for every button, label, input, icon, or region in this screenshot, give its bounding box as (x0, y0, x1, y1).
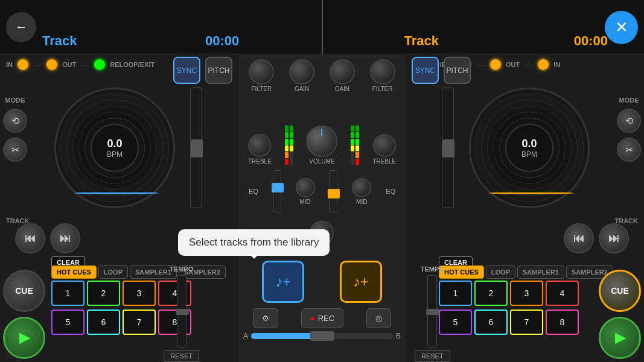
tempo-label-right: TEMPO (421, 265, 444, 273)
rec-button[interactable]: ● REC (301, 308, 343, 328)
pads-row1-right: 1 2 3 4 (439, 281, 579, 306)
cue-button-left[interactable]: CUE (3, 270, 45, 312)
sync-button-right[interactable]: SYNC (412, 57, 439, 84)
pad-5-left[interactable]: 5 (51, 310, 84, 335)
pitch-slider-right[interactable] (442, 87, 454, 208)
filter-label-right: FILTER (372, 86, 393, 92)
mode-btn2-right[interactable]: ✂ (617, 138, 641, 162)
treble-label-left: TREBLE (248, 158, 272, 165)
mode-btn1-right[interactable]: ⟲ (617, 109, 641, 133)
next-track-button-left[interactable]: ⏭ (50, 223, 80, 253)
mode-label-right: MODE (619, 97, 639, 104)
pad-4-right[interactable]: 4 (546, 281, 579, 306)
reloop-label-left: RELOOP/EXIT (110, 61, 155, 68)
pitch-slider-left[interactable] (190, 87, 202, 208)
mid-label-left: MID (299, 198, 310, 205)
prev-track-button-left[interactable]: ⏮ (15, 223, 45, 253)
loop-button-left[interactable]: LOOP (98, 265, 128, 279)
eq-meter-left (285, 116, 293, 165)
hot-cues-button-left[interactable]: HOT CUES (51, 265, 97, 279)
eq-label-right: EQ (386, 188, 395, 195)
pads-row2-right: 5 6 7 8 (439, 310, 579, 335)
tempo-slider-right[interactable] (427, 275, 437, 348)
sync-button-left[interactable]: SYNC (173, 57, 200, 84)
crossfader-b-label: B (396, 332, 401, 340)
channel-fader-right[interactable] (329, 170, 337, 212)
pad-2-left[interactable]: 2 (87, 281, 120, 306)
volume-knob[interactable] (306, 125, 337, 157)
reloop-led-left (94, 59, 105, 70)
prev-track-button-right[interactable]: ⏮ (564, 223, 594, 253)
top-bar: ← Track 00:00 Track 00:00 ✕ (0, 0, 644, 54)
headphone-button[interactable]: ◎ (366, 308, 391, 328)
pitch-handle-left[interactable] (191, 139, 203, 157)
filter-knob-right[interactable] (370, 59, 395, 84)
gain-knob-left[interactable] (289, 59, 314, 84)
in-led-left (18, 59, 28, 70)
pad-8-right[interactable]: 8 (546, 310, 579, 335)
pad-6-right[interactable]: 6 (474, 310, 508, 335)
out-label-right: OUT (506, 61, 520, 68)
pitch-button-right[interactable]: PITCH (444, 57, 471, 84)
filter-label-left: FILTER (252, 86, 272, 92)
reset-button-right[interactable]: RESET (415, 350, 450, 362)
tempo-handle-right[interactable] (426, 309, 439, 315)
treble-knob-left[interactable] (248, 134, 271, 157)
turntable-right[interactable]: 0.0 BPM (469, 87, 590, 208)
tempo-label-left: TEMPO (170, 265, 193, 273)
crossfader-a-label: A (243, 332, 248, 340)
treble-knob-right[interactable] (373, 134, 396, 157)
cue-button-right[interactable]: CUE (599, 270, 641, 312)
back-button[interactable]: ← (6, 12, 36, 42)
equalizer-button[interactable]: ⚙ (253, 308, 278, 328)
out-led-right (490, 59, 501, 70)
mixer: FILTER GAIN GAIN FILTER TREBLE (238, 54, 406, 362)
out-label-left: OUT (62, 61, 76, 68)
crossfader-handle[interactable] (310, 331, 334, 341)
mode-label-left: MODE (5, 97, 25, 104)
close-button[interactable]: ✕ (605, 11, 638, 44)
pad-3-left[interactable]: 3 (123, 281, 156, 306)
mid-knob-right[interactable] (352, 178, 371, 197)
deck-left: IN — OUT — RELOOP/EXIT SYNC PITCH 0.0 (0, 54, 238, 362)
track-label-left: Track (42, 33, 77, 49)
add-music-button-left[interactable]: ♪+ (262, 261, 304, 303)
pitch-handle-right[interactable] (442, 139, 454, 157)
mode-btn1-left[interactable]: ⟲ (3, 109, 27, 133)
gain-label-right: GAIN (335, 86, 349, 92)
track-label-right: Track (404, 33, 439, 49)
tempo-slider-left[interactable] (177, 275, 187, 348)
mid-knob-left[interactable] (296, 178, 315, 197)
pitch-button-left[interactable]: PITCH (205, 57, 232, 84)
sampler1-button-right[interactable]: SAMPLER1 (517, 265, 564, 279)
pad-2-right[interactable]: 2 (474, 281, 508, 306)
channel-fader-left[interactable] (273, 170, 281, 212)
fader-handle-right[interactable] (328, 189, 340, 198)
turntable-left[interactable]: 0.0 BPM (54, 87, 175, 208)
dj-area: IN — OUT — RELOOP/EXIT SYNC PITCH 0.0 (0, 54, 644, 362)
time-display-right: 00:00 (574, 33, 608, 49)
pad-7-left[interactable]: 7 (123, 310, 156, 335)
pad-1-left[interactable]: 1 (51, 281, 84, 306)
gain-label-left: GAIN (295, 86, 309, 92)
reset-button-left[interactable]: RESET (164, 350, 199, 362)
out-led-left (46, 59, 57, 70)
gain-knob-right[interactable] (330, 59, 355, 84)
loop-button-right[interactable]: LOOP (486, 265, 515, 279)
in-label-left: IN (6, 61, 13, 68)
next-track-button-right[interactable]: ⏭ (599, 223, 629, 253)
play-button-right[interactable]: ▶ (599, 317, 641, 359)
pad-7-right[interactable]: 7 (510, 310, 543, 335)
filter-knob-left[interactable] (249, 59, 274, 84)
deck-right: RELOOP/EXIT — OUT — IN SYNC PITCH 0.0 BP… (406, 54, 644, 362)
play-button-left[interactable]: ▶ (3, 317, 45, 359)
crossfader-track[interactable] (251, 333, 393, 339)
in-led-right (538, 59, 549, 70)
fader-handle-left[interactable] (272, 183, 284, 192)
bass-spacer2 (366, 227, 384, 246)
pad-6-left[interactable]: 6 (87, 310, 120, 335)
pad-3-right[interactable]: 3 (510, 281, 543, 306)
tempo-handle-left[interactable] (176, 309, 189, 315)
add-music-button-right[interactable]: ♪+ (340, 261, 382, 303)
mode-btn2-left[interactable]: ✂ (3, 138, 27, 162)
